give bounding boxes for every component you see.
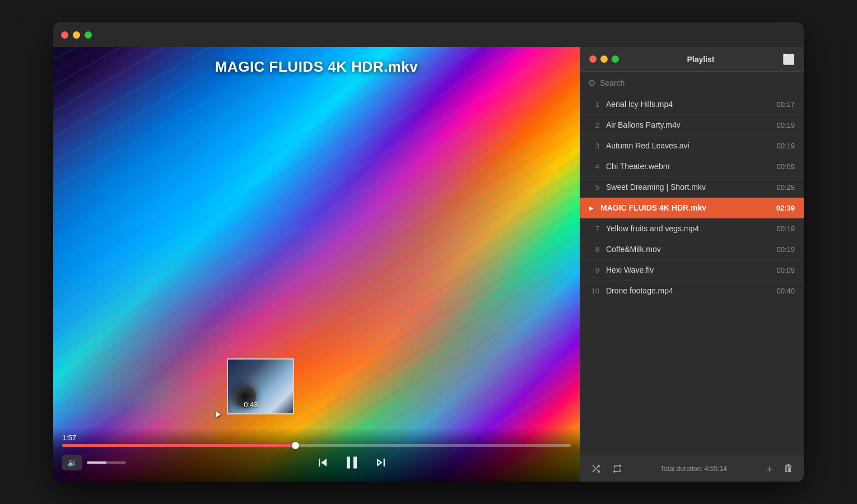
- footer-actions: ＋ 🗑: [762, 460, 796, 478]
- volume-button[interactable]: 🔉: [62, 455, 82, 470]
- video-title: MAGIC FLUIDS 4K HDR.mkv: [53, 58, 580, 76]
- item-name: Air Ballons Party.m4v: [606, 120, 770, 129]
- thumbnail-preview: [227, 358, 294, 414]
- play-indicator: ▶: [589, 205, 594, 211]
- item-duration: 00:19: [776, 121, 795, 129]
- next-icon: [373, 455, 389, 470]
- playlist-item[interactable]: 8Coffe&Milk.mov00:19: [580, 239, 804, 260]
- close-button[interactable]: [61, 31, 68, 39]
- item-number: 1: [589, 100, 599, 109]
- item-duration: 00:17: [776, 100, 795, 109]
- prev-icon: [315, 455, 330, 470]
- playlist-title: Playlist: [619, 55, 783, 64]
- item-number: 7: [589, 225, 599, 233]
- search-wrapper: ⊙: [588, 77, 796, 88]
- chat-icon[interactable]: ⬜: [783, 53, 795, 66]
- progress-area: 1:57: [62, 433, 571, 447]
- playback-controls: [133, 452, 571, 473]
- pause-button[interactable]: [342, 452, 362, 473]
- search-input[interactable]: [600, 78, 796, 87]
- item-name: MAGIC FLUIDS 4K HDR.mkv: [600, 203, 770, 212]
- item-name: Yellow fruits and vegs.mp4: [606, 224, 770, 233]
- item-duration: 00:19: [776, 142, 795, 150]
- item-number: 9: [589, 266, 599, 274]
- video-area[interactable]: MAGIC FLUIDS 4K HDR.mkv 0:43 1:57: [53, 47, 580, 482]
- item-name: Drone footage.mp4: [606, 286, 770, 295]
- playlist-footer: Total duration: 4:55:14 ＋ 🗑: [580, 455, 804, 482]
- thumbnail-image: [228, 360, 293, 413]
- playlist-header: Playlist ⬜: [580, 47, 804, 72]
- item-number: 5: [589, 183, 599, 192]
- playlist-item[interactable]: 4Chi Theater.webm00:09: [580, 156, 804, 177]
- delete-button[interactable]: 🗑: [781, 460, 796, 478]
- playlist-item[interactable]: 9Hexi Wave.flv00:09: [580, 260, 804, 281]
- search-bar: ⊙: [580, 72, 804, 94]
- app-window: MAGIC FLUIDS 4K HDR.mkv 0:43 1:57: [53, 22, 804, 482]
- total-duration: Total duration: 4:55:14: [631, 465, 757, 473]
- current-time: 1:57: [62, 433, 571, 442]
- pl-close-button[interactable]: [589, 55, 597, 63]
- item-number: 8: [589, 245, 599, 254]
- progress-bar[interactable]: [62, 444, 571, 447]
- item-duration: 00:09: [776, 266, 795, 274]
- playlist-item[interactable]: 1Aerial Icy Hills.mp400:17: [580, 94, 804, 115]
- volume-icon: 🔉: [67, 458, 78, 468]
- item-name: Hexi Wave.flv: [606, 265, 770, 274]
- search-icon: ⊙: [588, 77, 595, 88]
- item-number: 10: [589, 287, 599, 295]
- main-content: MAGIC FLUIDS 4K HDR.mkv 0:43 1:57: [53, 47, 804, 482]
- pause-icon: [342, 452, 362, 473]
- item-duration: 00:28: [776, 183, 795, 192]
- item-name: Chi Theater.webm: [606, 162, 770, 171]
- progress-fill: [62, 444, 296, 447]
- video-controls: 1:57 🔉: [53, 428, 580, 482]
- item-number: 4: [589, 162, 599, 171]
- traffic-lights: [61, 31, 92, 39]
- playlist-items: 1Aerial Icy Hills.mp400:172Air Ballons P…: [580, 94, 804, 455]
- playlist-item[interactable]: ▶MAGIC FLUIDS 4K HDR.mkv02:39: [580, 198, 804, 218]
- playlist-item[interactable]: 10Drone footage.mp400:40: [580, 281, 804, 301]
- controls-row: 🔉: [62, 452, 571, 473]
- pl-minimize-button[interactable]: [600, 55, 608, 63]
- volume-slider[interactable]: [87, 461, 126, 464]
- item-duration: 00:19: [776, 225, 795, 233]
- pl-maximize-button[interactable]: [612, 55, 619, 63]
- playlist-item[interactable]: 2Air Ballons Party.m4v00:19: [580, 115, 804, 136]
- shuffle-icon: [590, 463, 602, 474]
- title-bar: [53, 22, 804, 47]
- item-duration: 00:40: [776, 287, 795, 295]
- repeat-icon: [612, 463, 623, 474]
- hover-time: 0:43: [244, 400, 258, 409]
- volume-section: 🔉: [62, 455, 126, 470]
- item-duration: 02:39: [776, 204, 795, 212]
- playlist-item[interactable]: 7Yellow fruits and vegs.mp400:19: [580, 218, 804, 239]
- maximize-button[interactable]: [85, 31, 92, 39]
- volume-fill: [87, 461, 106, 464]
- item-name: Sweet Dreaming | Short.mkv: [606, 183, 770, 192]
- video-background: [53, 47, 580, 482]
- add-button[interactable]: ＋: [762, 460, 777, 478]
- next-button[interactable]: [373, 455, 389, 470]
- item-duration: 00:19: [776, 245, 795, 254]
- item-name: Coffe&Milk.mov: [606, 245, 770, 254]
- prev-button[interactable]: [315, 455, 330, 470]
- playlist-panel: Playlist ⬜ ⊙ 1Aerial Icy Hills.mp400:172…: [580, 47, 804, 482]
- playlist-traffic-lights: [589, 55, 619, 63]
- playlist-item[interactable]: 3Autumn Red Leaves.avi00:19: [580, 136, 804, 156]
- item-number: 3: [589, 142, 599, 150]
- repeat-button[interactable]: [609, 461, 625, 477]
- minimize-button[interactable]: [73, 31, 80, 39]
- item-number: 2: [589, 121, 599, 129]
- shuffle-button[interactable]: [588, 461, 604, 477]
- playlist-item[interactable]: 5Sweet Dreaming | Short.mkv00:28: [580, 177, 804, 198]
- item-name: Autumn Red Leaves.avi: [606, 141, 770, 150]
- item-name: Aerial Icy Hills.mp4: [606, 100, 770, 109]
- item-duration: 00:09: [776, 162, 795, 171]
